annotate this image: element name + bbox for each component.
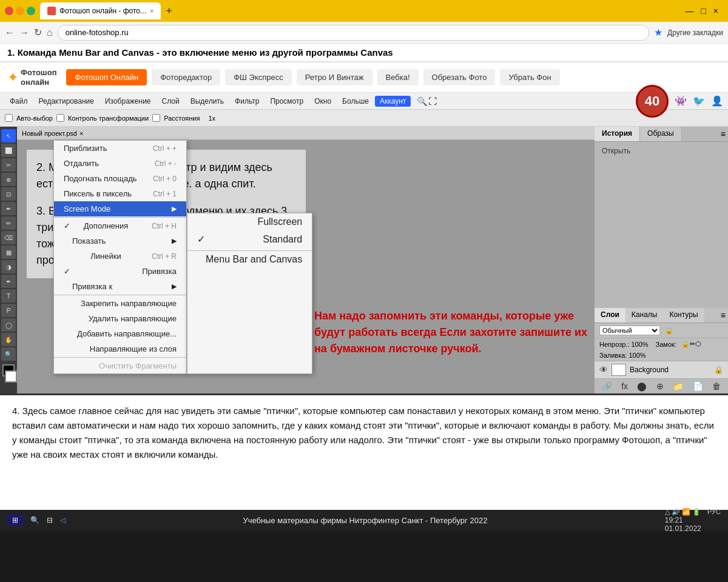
- menu-extras[interactable]: ✓ Дополнения Ctrl + H: [54, 218, 186, 233]
- taskbar-search-icon[interactable]: 🔍: [30, 516, 39, 524]
- other-bookmarks-link[interactable]: Другие закладки: [667, 28, 723, 37]
- menu-show[interactable]: Показать ▶: [54, 233, 186, 249]
- menu-delete-guides[interactable]: Удалить направляющие: [54, 311, 186, 326]
- menu-view[interactable]: Просмотр: [265, 96, 308, 107]
- tab-history[interactable]: История: [595, 127, 640, 141]
- tool-pen[interactable]: ✒: [1, 275, 16, 288]
- history-open-item[interactable]: Открыть: [595, 142, 728, 160]
- new-adjustment-btn[interactable]: ⊕: [656, 381, 664, 391]
- tool-magic-wand[interactable]: ⊕: [1, 173, 16, 186]
- reddit-icon[interactable]: 👾: [675, 95, 687, 107]
- blend-mode-select[interactable]: Обычный: [599, 326, 660, 335]
- tab-snapshots[interactable]: Образы: [640, 127, 682, 141]
- tab-channels[interactable]: Каналы: [625, 308, 664, 323]
- tool-eraser[interactable]: ⌫: [1, 231, 16, 244]
- background-color[interactable]: [5, 370, 17, 383]
- nav-photoshop-online[interactable]: Фотошоп Онлайн: [66, 69, 147, 85]
- menu-pixel[interactable]: Пиксель в пиксель Ctrl + 1: [54, 186, 186, 201]
- menu-add-guides[interactable]: Добавить направляющие...: [54, 326, 186, 341]
- url-input[interactable]: [58, 25, 649, 41]
- tab-close-button[interactable]: ×: [150, 7, 153, 15]
- twitter-icon[interactable]: 🐦: [693, 95, 705, 107]
- nav-express[interactable]: ФШ Экспресс: [225, 69, 292, 85]
- menu-window[interactable]: Окно: [309, 96, 336, 107]
- layer-visibility-icon[interactable]: 👁: [599, 365, 608, 375]
- tool-brush[interactable]: ✏: [1, 216, 16, 230]
- nav-crop[interactable]: Обрезать Фото: [423, 69, 496, 85]
- menu-select[interactable]: Выделить: [186, 96, 229, 107]
- forward-button[interactable]: →: [19, 27, 29, 38]
- tab-layers[interactable]: Слои: [595, 308, 625, 323]
- tool-shape[interactable]: ◯: [1, 318, 16, 332]
- start-button[interactable]: ⊞: [7, 515, 23, 526]
- menu-bar-and-canvas[interactable]: Menu Bar and Canvas: [187, 251, 312, 268]
- menu-screen-mode[interactable]: Screen Mode ▶: [54, 201, 186, 216]
- app-taskbar-icon[interactable]: ◁: [60, 516, 66, 524]
- search-icon[interactable]: 🔍: [417, 96, 427, 106]
- tool-path[interactable]: P: [1, 304, 16, 317]
- nav-retro[interactable]: Ретро И Винтаж: [297, 69, 372, 85]
- menu-account[interactable]: Аккаунт: [375, 96, 411, 107]
- nav-remove-bg[interactable]: Убрать Фон: [500, 69, 559, 85]
- menu-rulers[interactable]: Линейки Ctrl + R: [54, 249, 186, 264]
- new-layer-btn[interactable]: 📄: [693, 381, 703, 391]
- home-button[interactable]: ⌂: [47, 27, 53, 38]
- menu-more[interactable]: Больше: [337, 96, 374, 107]
- nav-webcam[interactable]: Вебка!: [377, 69, 419, 85]
- menu-image[interactable]: Изображение: [100, 96, 156, 107]
- layer-style-btn[interactable]: fx: [621, 381, 628, 391]
- back-button[interactable]: ←: [5, 27, 15, 38]
- active-tab[interactable]: Фотошоп онлайн - фото... ×: [40, 2, 161, 19]
- tool-hand[interactable]: ✋: [1, 333, 16, 346]
- minimize-window-button[interactable]: [16, 7, 24, 15]
- menu-lock-guides[interactable]: Закрепить направляющие: [54, 296, 186, 311]
- window-minimize-btn[interactable]: —: [685, 6, 693, 16]
- tool-gradient[interactable]: ▦: [1, 246, 16, 259]
- facebook-icon[interactable]: 👤: [711, 95, 723, 107]
- menu-guides-from-layer[interactable]: Направляющие из слоя: [54, 341, 186, 356]
- taskbar-icon[interactable]: ⊟: [47, 516, 53, 524]
- tool-dodge[interactable]: ◑: [1, 260, 16, 273]
- layer-name[interactable]: Background: [630, 366, 669, 374]
- tool-lasso[interactable]: ✂: [1, 158, 16, 172]
- menu-zoom-in[interactable]: Приблизить Ctrl + +: [54, 141, 186, 156]
- doc-tab-close[interactable]: ×: [79, 130, 83, 137]
- menu-layer[interactable]: Слой: [157, 96, 184, 107]
- auto-select-checkbox[interactable]: [5, 114, 13, 122]
- menu-snap[interactable]: ✓ Привязка: [54, 264, 186, 279]
- tool-crop[interactable]: ⊡: [1, 187, 16, 201]
- transform-checkbox[interactable]: [56, 114, 64, 122]
- menu-snap-to[interactable]: Привязка к ▶: [54, 279, 186, 294]
- menu-filter[interactable]: Фильтр: [230, 96, 264, 107]
- doc-tab-name[interactable]: Новый проект.psd: [22, 130, 77, 137]
- fullscreen-icon[interactable]: ⛶: [428, 96, 437, 106]
- tab-paths[interactable]: Контуры: [663, 308, 704, 323]
- distances-checkbox[interactable]: [152, 114, 160, 122]
- new-tab-button[interactable]: +: [163, 5, 175, 18]
- zoom-in-label: Приблизить: [64, 144, 107, 153]
- menu-file[interactable]: Файл: [5, 96, 33, 107]
- maximize-window-button[interactable]: [27, 7, 35, 15]
- menu-fit[interactable]: Подогнать площадь Ctrl + 0: [54, 171, 186, 186]
- tool-zoom[interactable]: 🔍: [1, 347, 16, 361]
- menu-edit[interactable]: Редактирование: [34, 96, 99, 107]
- delete-layer-btn[interactable]: 🗑: [712, 381, 721, 391]
- link-layers-btn[interactable]: 🔗: [602, 381, 612, 391]
- nav-photo-editor[interactable]: Фоторедактор: [152, 69, 220, 85]
- history-menu-icon[interactable]: ≡: [718, 127, 728, 141]
- refresh-button[interactable]: ↻: [34, 27, 42, 38]
- bookmark-star-icon[interactable]: ★: [654, 27, 662, 38]
- tool-eyedropper[interactable]: ✒: [1, 202, 16, 215]
- menu-zoom-out[interactable]: Отдалить Ctrl + -: [54, 156, 186, 171]
- window-close-btn[interactable]: ×: [713, 6, 718, 16]
- tool-type[interactable]: T: [1, 289, 16, 303]
- close-window-button[interactable]: [5, 7, 13, 15]
- menu-standard[interactable]: ✓ Standard: [187, 230, 312, 248]
- window-maximize-btn[interactable]: □: [701, 6, 706, 16]
- layers-menu-icon[interactable]: ≡: [718, 308, 728, 323]
- menu-fullscreen[interactable]: Fullscreen: [187, 213, 312, 230]
- layer-mask-btn[interactable]: ⬤: [637, 381, 647, 391]
- tool-marquee[interactable]: ⬜: [1, 144, 16, 157]
- new-group-btn[interactable]: 📁: [673, 381, 683, 391]
- tool-move[interactable]: ↖: [1, 129, 16, 142]
